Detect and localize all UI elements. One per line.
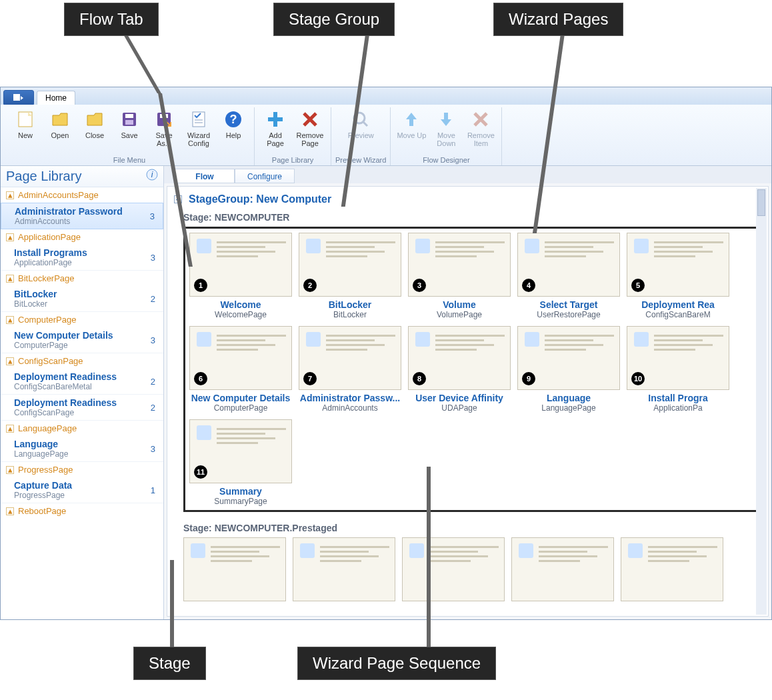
remove-item-button[interactable]: Remove Item bbox=[464, 107, 497, 149]
stagegroup-header[interactable]: − StageGroup: New Computer bbox=[174, 193, 761, 205]
vertical-scrollbar[interactable] bbox=[756, 188, 767, 615]
tab-home[interactable]: Home bbox=[37, 91, 75, 105]
scrollbar-thumb[interactable] bbox=[757, 189, 765, 216]
library-group-header[interactable]: ▴AdminAccountsPage bbox=[1, 187, 163, 203]
save-button[interactable]: Save bbox=[113, 107, 146, 149]
library-item[interactable]: Deployment ReadinessConfigScanBareMetal2 bbox=[1, 369, 163, 395]
wizard-page-title: Install Progra bbox=[627, 393, 729, 403]
library-item[interactable]: New Computer DetailsComputerPage3 bbox=[1, 327, 163, 353]
library-item[interactable]: Capture DataProgressPage1 bbox=[1, 477, 163, 503]
annotation-stage: Stage bbox=[133, 647, 206, 680]
wizard-page-sub: VolumePage bbox=[408, 310, 511, 319]
library-item[interactable]: Deployment ReadinessConfigScanPage2 bbox=[1, 395, 163, 421]
open-button[interactable]: Open bbox=[43, 107, 77, 149]
svg-text:?: ? bbox=[230, 113, 237, 126]
wizard-page-card[interactable]: 9LanguageLanguagePage bbox=[517, 326, 620, 413]
wizard-page-card[interactable]: 11SummarySummaryPage bbox=[189, 419, 292, 506]
library-item-sub: ProgressPage bbox=[14, 491, 72, 500]
library-item-title: New Computer Details bbox=[14, 330, 113, 341]
wizard-page-card[interactable] bbox=[511, 537, 614, 601]
svg-rect-12 bbox=[268, 117, 283, 121]
wizard-page-thumb: 8 bbox=[408, 326, 511, 390]
wizard-page-title: Summary bbox=[189, 486, 292, 497]
library-item-sub: ConfigScanPage bbox=[14, 408, 117, 417]
wizard-page-card[interactable] bbox=[183, 537, 286, 601]
ribbon-group-preview-wizard: Preview Preview Wizard bbox=[331, 107, 391, 165]
svg-rect-5 bbox=[125, 120, 133, 125]
library-group-header[interactable]: ▴ProgressPage bbox=[1, 462, 163, 477]
wizard-page-card[interactable] bbox=[621, 537, 723, 601]
wizard-page-sub: WelcomePage bbox=[189, 310, 292, 319]
library-group-header[interactable]: ▴ConfigScanPage bbox=[1, 353, 163, 369]
ribbon-group-page-library: Add Page Remove Page Page Library bbox=[255, 107, 331, 165]
wizard-page-card[interactable]: 10Install PrograApplicationPa bbox=[627, 326, 729, 413]
library-item[interactable]: Install ProgramsApplicationPage3 bbox=[1, 245, 163, 271]
group-label-file-menu: File Menu bbox=[113, 156, 145, 165]
library-item-count: 3 bbox=[151, 253, 158, 263]
help-button[interactable]: ? Help bbox=[217, 107, 250, 149]
library-item-count: 2 bbox=[151, 377, 158, 387]
wizard-page-card[interactable]: 5Deployment ReaConfigScanBareM bbox=[627, 233, 729, 319]
wizard-page-card[interactable] bbox=[293, 537, 395, 601]
add-page-button[interactable]: Add Page bbox=[259, 107, 292, 149]
chevron-up-icon: ▴ bbox=[6, 233, 14, 241]
library-group-header[interactable]: ▴ComputerPage bbox=[1, 312, 163, 327]
wizard-page-number: 3 bbox=[413, 279, 426, 292]
wizard-page-sub: SummaryPage bbox=[189, 497, 292, 506]
wizard-page-title: Welcome bbox=[189, 299, 292, 310]
library-item-title: Install Programs bbox=[14, 247, 87, 258]
library-item-title: Language bbox=[14, 439, 68, 449]
library-item[interactable]: BitLockerBitLocker2 bbox=[1, 286, 163, 312]
annotation-flow-tab: Flow Tab bbox=[64, 3, 159, 36]
callout-line bbox=[123, 33, 161, 93]
wizard-page-thumb bbox=[293, 537, 395, 601]
library-group-header[interactable]: ▴ApplicationPage bbox=[1, 229, 163, 245]
wizard-page-number: 9 bbox=[522, 372, 535, 385]
library-item-count: 1 bbox=[151, 485, 158, 495]
app-window: Home New Open Close Save bbox=[0, 87, 772, 620]
preview-button[interactable]: Preview bbox=[344, 107, 377, 141]
wizard-page-title: Deployment Rea bbox=[627, 299, 729, 310]
file-menu-button[interactable] bbox=[3, 90, 34, 105]
remove-page-button[interactable]: Remove Page bbox=[293, 107, 327, 149]
info-icon[interactable]: i bbox=[146, 169, 158, 184]
wizard-page-title: BitLocker bbox=[299, 299, 401, 310]
wizard-page-number: 11 bbox=[194, 465, 207, 479]
app-body: Page Library i ▴AdminAccountsPageAdminis… bbox=[1, 166, 771, 619]
chevron-up-icon: ▴ bbox=[6, 425, 14, 433]
wizard-page-card[interactable]: 7Administrator Passw...AdminAccounts bbox=[299, 326, 401, 413]
new-button[interactable]: New bbox=[9, 107, 42, 149]
move-up-button[interactable]: Move Up bbox=[395, 107, 428, 149]
library-group-label: RebootPage bbox=[18, 506, 66, 516]
stage-header[interactable]: Stage: NEWCOMPUTER.Prestaged bbox=[183, 523, 761, 533]
add-page-label: Add Page bbox=[260, 131, 291, 147]
stage-header[interactable]: Stage: NEWCOMPUTER bbox=[183, 212, 761, 223]
wizard-page-card[interactable]: 3VolumeVolumePage bbox=[408, 233, 511, 319]
sidebar-list[interactable]: ▴AdminAccountsPageAdministrator Password… bbox=[1, 187, 163, 619]
wizard-page-card[interactable]: 6New Computer DetailsComputerPage bbox=[189, 326, 292, 413]
wizard-page-card[interactable]: 1WelcomeWelcomePage bbox=[189, 233, 292, 319]
wizard-page-card[interactable]: 4Select TargetUserRestorePage bbox=[517, 233, 620, 319]
stage-row: 1WelcomeWelcomePage2BitLockerBitLocker3V… bbox=[189, 233, 755, 319]
tab-flow[interactable]: Flow bbox=[175, 169, 235, 183]
wizard-page-card[interactable] bbox=[402, 537, 505, 601]
library-item[interactable]: Administrator PasswordAdminAccounts3 bbox=[1, 203, 163, 229]
new-label: New bbox=[18, 131, 33, 139]
help-label: Help bbox=[226, 131, 241, 139]
wizard-page-number: 1 bbox=[194, 279, 207, 292]
close-button[interactable]: Close bbox=[78, 107, 111, 149]
wizard-config-button[interactable]: Wizard Config bbox=[182, 107, 215, 149]
help-icon: ? bbox=[223, 109, 244, 130]
library-item[interactable]: LanguageLanguagePage3 bbox=[1, 436, 163, 462]
flow-designer-canvas[interactable]: − StageGroup: New Computer Stage: NEWCOM… bbox=[167, 186, 769, 617]
library-group-header[interactable]: ▴RebootPage bbox=[1, 503, 163, 519]
library-group-header[interactable]: ▴LanguagePage bbox=[1, 421, 163, 436]
library-group-header[interactable]: ▴BitLockerPage bbox=[1, 271, 163, 286]
library-group-label: ComputerPage bbox=[18, 315, 76, 325]
tab-configure[interactable]: Configure bbox=[235, 169, 295, 183]
wizard-page-card[interactable]: 2BitLockerBitLocker bbox=[299, 233, 401, 319]
library-item-sub: ComputerPage bbox=[14, 341, 113, 350]
wizard-page-title: User Device Affinity bbox=[408, 393, 511, 403]
wizard-page-card[interactable]: 8User Device AffinityUDAPage bbox=[408, 326, 511, 413]
move-down-button[interactable]: Move Down bbox=[429, 107, 463, 149]
